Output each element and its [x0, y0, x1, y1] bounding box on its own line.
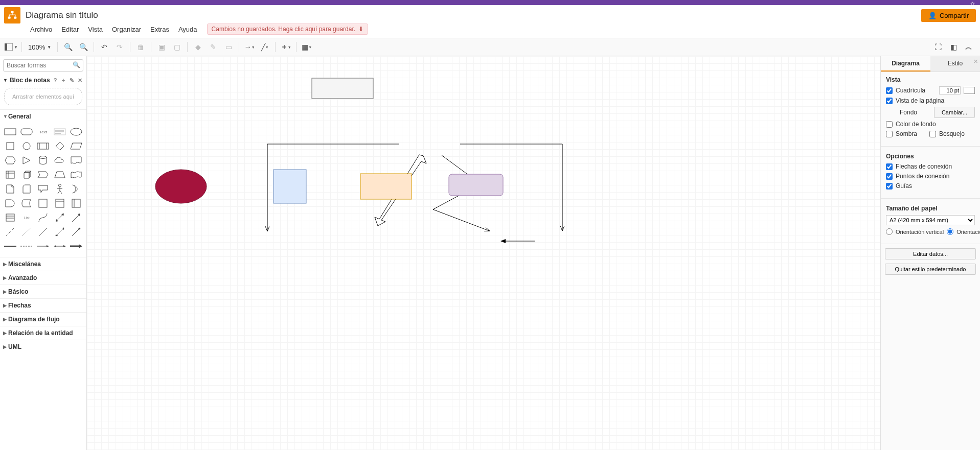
diagram-orange-rect[interactable]	[360, 174, 412, 199]
shape-vcontainer[interactable]	[69, 198, 83, 209]
shape-data-storage[interactable]	[19, 198, 34, 209]
shape-circle[interactable]	[19, 140, 34, 152]
category-flowchart[interactable]: ▶Diagrama de flujo	[0, 312, 86, 326]
canvas[interactable]	[87, 56, 880, 450]
shape-cloud[interactable]	[53, 155, 67, 166]
shape-and[interactable]	[3, 198, 17, 209]
shape-note[interactable]	[3, 183, 17, 195]
shape-dir-thin[interactable]	[69, 226, 83, 238]
collapse-button[interactable]: ︽	[962, 40, 976, 54]
pageview-checkbox[interactable]	[886, 98, 893, 104]
shape-parallelogram[interactable]	[69, 140, 83, 152]
shape-container[interactable]	[36, 198, 50, 209]
category-advanced[interactable]: ▶Avanzado	[0, 271, 86, 285]
shadow-button[interactable]: ▭	[221, 40, 236, 54]
edit-icon[interactable]: ✎	[68, 77, 75, 84]
close-panel-icon[interactable]: ✕	[973, 58, 978, 65]
to-front-button[interactable]: ▣	[154, 40, 169, 54]
document-title[interactable]: Diagrama sin título	[26, 10, 921, 20]
sidebar-toggle-button[interactable]: ▼	[4, 40, 18, 54]
add-icon[interactable]: +	[60, 77, 67, 83]
category-misc[interactable]: ▶Miscelánea	[0, 257, 86, 271]
delete-button[interactable]: 🗑	[133, 40, 148, 54]
to-back-button[interactable]: ▢	[170, 40, 184, 54]
category-entity[interactable]: ▶Relación de la entidad	[0, 326, 86, 340]
sketch-checkbox[interactable]	[929, 131, 936, 137]
shape-dotted-line[interactable]	[19, 226, 34, 238]
shape-tape[interactable]	[69, 169, 83, 180]
category-arrows[interactable]: ▶Flechas	[0, 298, 86, 312]
shape-dashed-line[interactable]	[3, 226, 17, 238]
paper-size-select[interactable]: A2 (420 mm x 594 mm)	[886, 215, 975, 225]
shape-cube[interactable]	[19, 169, 34, 180]
waypoint-button[interactable]: ╱ ▼	[258, 40, 272, 54]
category-basic[interactable]: ▶Básico	[0, 285, 86, 298]
shape-link3[interactable]	[36, 241, 50, 252]
shadow-checkbox[interactable]	[886, 131, 893, 137]
shape-hcontainer[interactable]	[53, 198, 67, 209]
zoom-in-button[interactable]: 🔍	[61, 40, 75, 54]
shape-rect[interactable]	[3, 126, 17, 137]
help-icon[interactable]: ?	[52, 77, 59, 83]
remove-default-style-button[interactable]: Quitar estilo predeterminado	[885, 264, 976, 275]
menu-extras[interactable]: Extras	[147, 24, 173, 35]
menu-view[interactable]: Vista	[84, 24, 106, 35]
tab-diagram[interactable]: Diagrama	[881, 56, 930, 72]
tab-style[interactable]: Estilo	[930, 56, 980, 72]
search-shapes-input[interactable]	[3, 59, 83, 72]
conn-points-checkbox[interactable]	[886, 173, 893, 180]
shape-arrow[interactable]	[69, 212, 83, 223]
appearance-icon[interactable]: ☼	[969, 0, 976, 7]
shape-diamond[interactable]	[53, 140, 67, 152]
shape-hexagon[interactable]	[3, 155, 17, 166]
guides-checkbox[interactable]	[886, 183, 893, 190]
shape-process[interactable]	[36, 140, 50, 152]
share-button[interactable]: 👤 Compartir	[921, 9, 976, 22]
shape-callout[interactable]	[36, 183, 50, 195]
shape-ellipse[interactable]	[69, 126, 83, 137]
shape-trapezoid[interactable]	[53, 169, 67, 180]
menu-edit[interactable]: Editar	[58, 24, 82, 35]
shape-link2[interactable]	[19, 241, 34, 252]
grid-checkbox[interactable]	[886, 87, 893, 94]
category-general[interactable]: ▼ General	[0, 109, 86, 123]
shape-card[interactable]	[19, 183, 34, 195]
menu-file[interactable]: Archivo	[27, 24, 56, 35]
shape-bidir-arrow[interactable]	[53, 212, 67, 223]
shape-bidir-thin[interactable]	[53, 226, 67, 238]
shape-cylinder[interactable]	[36, 155, 50, 166]
scratchpad-dropzone[interactable]: Arrastrar elementos aquí	[4, 88, 82, 105]
shape-line[interactable]	[36, 226, 50, 238]
shape-textbox[interactable]	[53, 126, 67, 137]
shape-link1[interactable]	[3, 241, 17, 252]
shape-step[interactable]	[36, 169, 50, 180]
shape-link5[interactable]	[69, 241, 83, 252]
grid-color-swatch[interactable]	[964, 87, 975, 94]
menu-arrange[interactable]: Organizar	[108, 24, 145, 35]
fill-color-button[interactable]: ◆	[191, 40, 205, 54]
shape-rounded-rect[interactable]	[19, 126, 34, 137]
shape-square[interactable]	[3, 140, 17, 152]
undo-button[interactable]: ↶	[97, 40, 111, 54]
fullscreen-button[interactable]: ⛶	[931, 40, 945, 54]
unsaved-changes-button[interactable]: Cambios no guardados. Haga clic aquí par…	[207, 23, 369, 35]
diagram-top-rect[interactable]	[312, 78, 373, 99]
bgcolor-checkbox[interactable]	[886, 121, 893, 128]
change-bg-button[interactable]: Cambiar...	[934, 107, 975, 118]
insert-button[interactable]: ＋▼	[279, 40, 293, 54]
category-uml[interactable]: ▶UML	[0, 340, 86, 353]
table-button[interactable]: ▦ ▼	[300, 40, 314, 54]
zoom-level[interactable]: 100%▼	[25, 43, 54, 51]
app-logo[interactable]	[4, 7, 20, 23]
shape-link4[interactable]	[53, 241, 67, 252]
shape-triangle[interactable]	[19, 155, 34, 166]
grid-size-input[interactable]	[939, 86, 961, 94]
zoom-out-button[interactable]: 🔍	[76, 40, 90, 54]
portrait-radio[interactable]	[886, 228, 893, 235]
shape-internal-storage[interactable]	[3, 169, 17, 180]
menu-help[interactable]: Ayuda	[175, 24, 201, 35]
conn-arrows-checkbox[interactable]	[886, 163, 893, 170]
connection-button[interactable]: → ▼	[242, 40, 257, 54]
shape-list[interactable]	[3, 212, 17, 223]
close-icon[interactable]: ✕	[76, 77, 83, 84]
